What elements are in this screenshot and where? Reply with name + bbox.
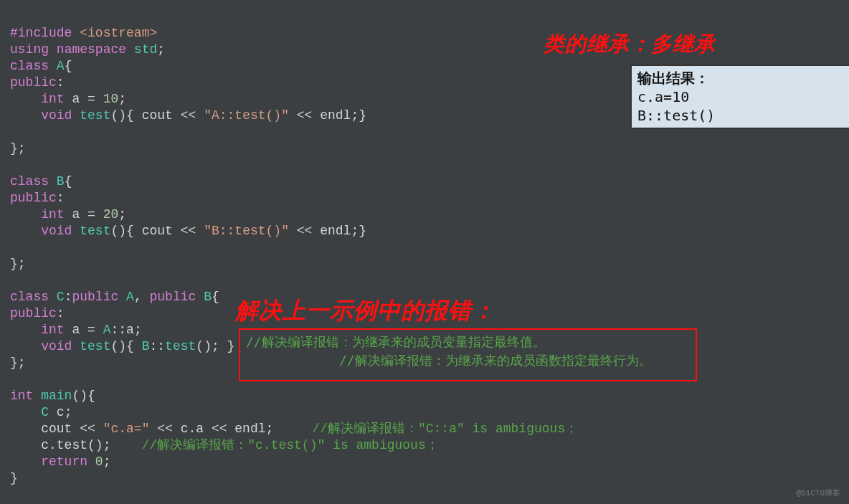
kw-class: class: [10, 59, 49, 73]
var-a: a: [72, 92, 80, 106]
id-endl: endl: [320, 108, 351, 123]
var-a: a: [72, 207, 80, 222]
fn-test: test: [80, 108, 110, 123]
class-c: C: [57, 290, 65, 304]
expr-ca: c.a: [181, 422, 204, 436]
kw-namespace: namespace: [57, 42, 126, 57]
kw-public: public: [10, 191, 57, 205]
annotation-red-box: //解决编译报错：为继承来的成员变量指定最终值。 //解决编译报错：为继承来的成…: [239, 328, 697, 381]
fn-test: test: [80, 224, 110, 238]
str-btest: "B::test()": [204, 224, 289, 238]
kw-class: class: [10, 290, 49, 304]
output-line: B::test(): [637, 106, 849, 125]
num-20: 20: [103, 207, 119, 222]
redbox-line1: //解决编译报错：为继承来的成员变量指定最终值。: [246, 333, 690, 351]
class-a-ref: A: [126, 290, 134, 304]
kw-void: void: [41, 224, 72, 238]
call-ctest: c.test: [41, 438, 87, 452]
kw-using: using: [10, 42, 49, 57]
str-atest: "A::test()": [204, 108, 289, 123]
id-cout: cout: [41, 422, 72, 436]
scope-a: A: [103, 323, 111, 337]
num-0: 0: [95, 455, 103, 469]
annotation-title-top: 类的继承：多继承: [544, 30, 716, 59]
var-a: a: [72, 323, 80, 337]
kw-public: public: [72, 290, 118, 304]
kw-int: int: [41, 207, 64, 222]
num-10: 10: [103, 92, 119, 106]
class-a: A: [57, 59, 65, 73]
kw-class: class: [10, 174, 49, 189]
var-a-ref: a: [126, 323, 134, 337]
id-cout: cout: [142, 108, 173, 123]
kw-int: int: [41, 323, 64, 337]
kw-int: int: [10, 389, 33, 403]
header-iostream: <iostream>: [80, 26, 157, 40]
class-b: B: [57, 174, 65, 189]
kw-public: public: [10, 306, 57, 320]
comment-ctest: //解决编译报错："c.test()" is ambiguous；: [142, 438, 439, 452]
output-result-box: 输出结果： c.a=10 B::test(): [630, 65, 849, 129]
kw-void: void: [41, 339, 72, 353]
redbox-line2: //解决编译报错：为继承来的成员函数指定最终行为。: [246, 351, 690, 370]
type-c: C: [41, 405, 49, 419]
output-line: c.a=10: [637, 87, 849, 106]
id-std: std: [134, 42, 157, 57]
kw-include: #include: [10, 26, 72, 40]
kw-return: return: [41, 455, 87, 469]
id-endl: endl: [234, 422, 265, 436]
kw-public: public: [10, 75, 57, 90]
watermark: @51CTO博客: [796, 488, 840, 498]
fn-test: test: [80, 339, 110, 353]
scope-b: B: [142, 339, 150, 353]
kw-void: void: [41, 108, 72, 123]
str-ca: "c.a=": [103, 422, 150, 436]
annotation-title-mid: 解决上一示例中的报错：: [235, 295, 495, 327]
kw-public: public: [150, 290, 196, 304]
id-endl: endl: [320, 224, 351, 238]
fn-main: main: [41, 389, 72, 403]
kw-int: int: [41, 92, 64, 106]
comment-ca: //解决编译报错："C::a" is ambiguous；: [312, 422, 578, 436]
id-cout: cout: [142, 224, 173, 238]
fn-test-ref: test: [165, 339, 196, 353]
class-b-ref: B: [204, 290, 212, 304]
output-header: 输出结果：: [637, 69, 849, 87]
